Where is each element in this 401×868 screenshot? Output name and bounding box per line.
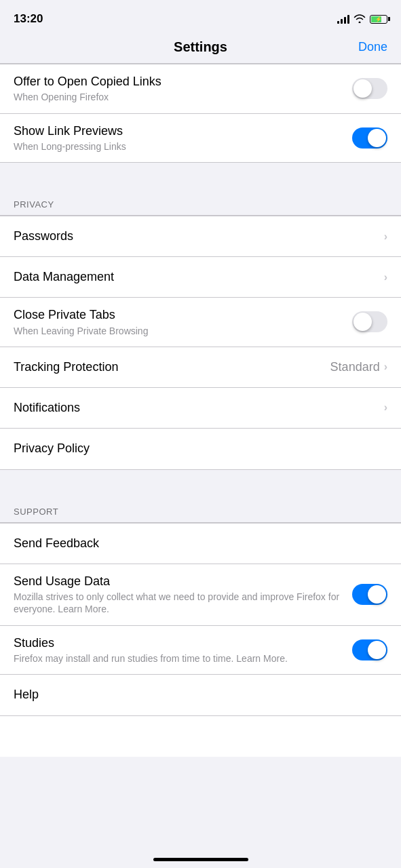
done-button[interactable]: Done [354,40,387,54]
show-link-previews-row[interactable]: Show Link Previews When Long-pressing Li… [0,114,401,163]
data-management-row[interactable]: Data Management › [0,257,401,298]
studies-toggle[interactable] [352,639,387,660]
status-time: 13:20 [14,12,43,26]
notifications-row[interactable]: Notifications › [0,388,401,429]
send-feedback-title: Send Feedback [14,536,387,551]
passwords-chevron: › [384,231,387,243]
notifications-content: Notifications [14,400,384,416]
privacy-section: Passwords › Data Management › Close Priv… [0,216,401,470]
studies-title: Studies [14,635,352,651]
notifications-chevron: › [384,401,387,414]
toggle-track[interactable] [352,584,387,605]
passwords-row[interactable]: Passwords › [0,216,401,257]
send-feedback-content: Send Feedback [14,536,387,551]
help-title: Help [14,687,387,703]
studies-content: Studies Firefox may install and run stud… [14,635,352,665]
show-link-previews-toggle[interactable] [352,127,387,149]
tracking-protection-chevron: › [384,361,387,373]
passwords-content: Passwords [14,229,384,244]
data-management-chevron: › [384,271,387,283]
offer-open-copied-links-content: Offer to Open Copied Links When Opening … [14,74,352,104]
close-private-tabs-subtitle: When Leaving Private Browsing [14,325,352,337]
show-link-previews-subtitle: When Long-pressing Links [14,140,352,153]
toggle-thumb [368,129,386,147]
battery-icon: ⚡ [370,15,387,24]
status-bar: 13:20 ⚡ [0,0,401,34]
offer-open-copied-links-toggle[interactable] [352,78,387,99]
toggle-thumb [354,313,372,331]
tracking-protection-content: Tracking Protection [14,359,330,375]
tracking-protection-value: Standard [330,360,380,374]
close-private-tabs-content: Close Private Tabs When Leaving Private … [14,307,352,337]
notifications-title: Notifications [14,400,384,416]
studies-subtitle: Firefox may install and run studies from… [14,652,352,665]
offer-open-copied-links-title: Offer to Open Copied Links [14,74,352,90]
tracking-protection-title: Tracking Protection [14,359,330,375]
help-content: Help [14,687,387,703]
send-usage-data-row[interactable]: Send Usage Data Mozilla strives to only … [0,564,401,626]
send-usage-data-toggle[interactable] [352,584,387,605]
support-section-header: SUPPORT [0,494,401,523]
toggle-track[interactable] [352,311,387,332]
send-feedback-row[interactable]: Send Feedback [0,524,401,564]
tracking-protection-row[interactable]: Tracking Protection Standard › [0,347,401,388]
show-link-previews-title: Show Link Previews [14,123,352,139]
toggle-track[interactable] [352,639,387,660]
offer-open-copied-links-row[interactable]: Offer to Open Copied Links When Opening … [0,64,401,114]
privacy-policy-content: Privacy Policy [14,441,387,456]
nav-bar: Settings Done [0,34,401,64]
section-gap-privacy [0,163,401,187]
privacy-section-header: PRIVACY [0,187,401,216]
home-indicator [153,858,248,861]
offer-open-copied-links-subtitle: When Opening Firefox [14,91,352,103]
send-usage-data-content: Send Usage Data Mozilla strives to only … [14,574,352,616]
wifi-icon [354,14,366,25]
privacy-policy-row[interactable]: Privacy Policy [0,429,401,469]
send-usage-data-title: Send Usage Data [14,574,352,589]
close-private-tabs-toggle[interactable] [352,311,387,332]
status-icons: ⚡ [337,14,387,25]
toggle-track[interactable] [352,78,387,99]
privacy-policy-title: Privacy Policy [14,441,387,456]
general-section: Offer to Open Copied Links When Opening … [0,64,401,163]
send-usage-data-subtitle: Mozilla strives to only collect what we … [14,591,352,615]
toggle-track[interactable] [352,127,387,149]
help-row[interactable]: Help [0,675,401,715]
toggle-thumb [354,79,372,98]
page-title: Settings [47,39,354,55]
data-management-title: Data Management [14,269,384,285]
close-private-tabs-title: Close Private Tabs [14,307,352,323]
signal-icon [337,14,349,24]
show-link-previews-content: Show Link Previews When Long-pressing Li… [14,123,352,153]
studies-row[interactable]: Studies Firefox may install and run stud… [0,626,401,675]
data-management-content: Data Management [14,269,384,285]
section-gap-support [0,470,401,494]
support-section: Send Feedback Send Usage Data Mozilla st… [0,523,401,716]
toggle-thumb [368,585,386,604]
passwords-title: Passwords [14,229,384,244]
close-private-tabs-row[interactable]: Close Private Tabs When Leaving Private … [0,298,401,347]
toggle-thumb [368,641,386,659]
